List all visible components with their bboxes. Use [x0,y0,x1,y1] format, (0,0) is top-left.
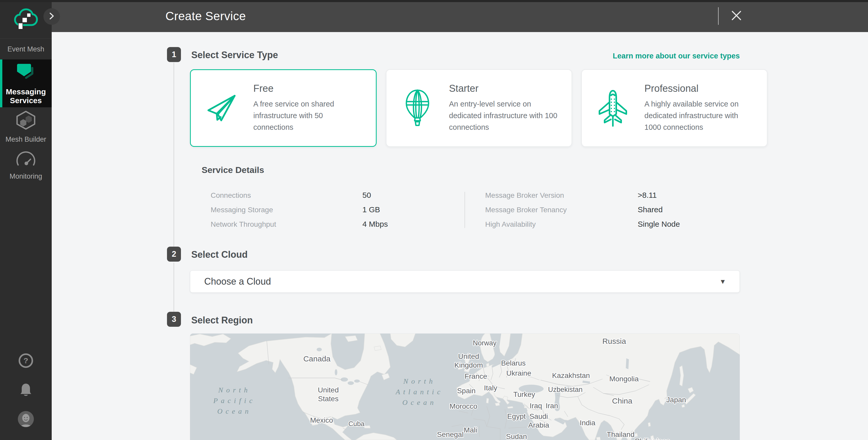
map-label: Mongolia [609,375,639,383]
card-description: A highly available service on dedicated … [644,98,755,133]
map-label: China [612,397,632,405]
sidebar-item-monitoring[interactable]: Monitoring [0,146,52,184]
sidebar-item-label: Event Mesh [7,45,44,54]
page-title: Create Service [165,0,246,32]
detail-label: Message Broker Tenancy [485,206,567,214]
map-label: Morocco [450,402,477,410]
cloud-select-value: Choose a Cloud [204,276,271,287]
detail-label: Messaging Storage [211,206,273,214]
paper-plane-icon [202,87,241,129]
chevron-right-icon [48,12,55,21]
map-label: Russia [602,337,626,345]
map-label: Mali [464,426,477,434]
bell-icon [19,382,33,398]
create-service-form: 1 Select Service Type Learn more about o… [52,32,868,440]
map-label: India [580,419,595,427]
map-label: Egypt [507,412,526,420]
sidebar-item-messaging-services[interactable]: Messaging Services [0,59,52,107]
map-label: Uzbekistan [548,386,583,394]
card-text: Free A free service on shared infrastruc… [253,83,365,133]
detail-value: Single Node [638,220,680,228]
svg-text:?: ? [24,356,28,365]
solace-cloud-logo [13,8,38,31]
map-label: Iraq [530,402,542,410]
map-label: Arabia [528,421,549,429]
detail-value: 4 Mbps [363,220,388,228]
map-label: Iran [546,402,558,410]
card-title: Professional [644,83,755,94]
map-label: Belarus [501,359,526,367]
detail-label: Network Throughput [211,220,276,228]
hot-air-balloon-icon [398,87,437,129]
map-label: Italy [484,384,497,392]
map-label: Kazakhstan [552,372,590,379]
map-label: Mexico [310,416,333,424]
shield-icon [14,62,37,85]
map-label: Senegal [437,431,464,438]
service-details-heading: Service Details [202,165,264,175]
service-type-cards: Free A free service on shared infrastruc… [190,69,740,147]
map-label: Japan [666,396,686,404]
hexagon-mesh-icon [14,110,37,132]
detail-value: 1 GB [363,205,380,214]
airplane-icon [593,87,632,129]
map-label: Philippines [635,437,670,440]
sidebar-item-event-mesh[interactable]: Event Mesh [0,39,52,59]
account-button[interactable] [0,410,52,429]
close-button[interactable] [729,8,744,24]
region-map[interactable]: NorthPacificOceanNorthAtlanticOcean Cana… [190,334,740,440]
logo-area [0,0,52,39]
cloud-select-dropdown[interactable]: Choose a Cloud ▼ [190,271,740,293]
help-icon: ? [18,353,33,369]
card-text: Starter An entry-level service on dedica… [449,83,560,133]
map-label: United [458,352,479,360]
step-2-title: Select Cloud [191,249,248,260]
map-label: Cuba [348,420,365,428]
map-label: United [318,386,339,394]
map-ocean-label: Pacific [213,397,255,405]
map-label: States [318,395,338,403]
step-2-badge: 2 [167,247,181,262]
map-ocean-label: North [218,386,250,394]
map-label: Thailand [607,431,634,438]
detail-label: Connections [211,191,251,199]
card-title: Free [253,83,365,94]
map-label: Sudan [506,433,527,440]
learn-more-link[interactable]: Learn more about our service types [491,52,740,60]
service-card-free[interactable]: Free A free service on shared infrastruc… [190,69,377,147]
card-description: An entry-level service on dedicated infr… [449,98,560,133]
sidebar-item-label: Messaging Services [5,87,46,105]
step-connector [174,63,174,247]
sidebar-expand-button[interactable] [43,8,60,25]
chevron-down-icon: ▼ [719,278,726,286]
map-ocean-label: North [403,377,436,385]
detail-label: Message Broker Version [485,191,564,199]
close-icon [731,10,742,22]
active-indicator-bar [0,59,2,107]
header-divider [718,7,719,25]
step-3-badge: 3 [167,312,181,327]
step-3-title: Select Region [191,315,253,326]
avatar-icon [17,410,35,429]
details-divider [465,192,465,228]
detail-value: 50 [363,191,371,199]
sidebar-item-mesh-builder[interactable]: Mesh Builder [0,108,52,145]
sidebar-item-label: Mesh Builder [5,135,46,144]
notifications-button[interactable] [0,382,52,398]
dialog-header: Create Service [52,0,868,32]
map-ocean-label: Atlantic [395,388,443,396]
map-label: Saudi [529,412,548,420]
sidebar: Event Mesh Messaging Services Mesh Build… [0,0,52,440]
map-label: Kingdom [455,361,483,369]
help-button[interactable]: ? [0,353,52,369]
map-label: Norway [473,339,497,347]
card-text: Professional A highly available service … [644,83,755,133]
service-card-starter[interactable]: Starter An entry-level service on dedica… [386,69,572,147]
sidebar-item-label: Monitoring [9,172,42,181]
detail-value: >8.11 [638,191,657,199]
map-label: France [465,372,487,380]
map-label: Turkey [514,390,535,398]
service-card-professional[interactable]: Professional A highly available service … [581,69,768,147]
map-ocean-label: Ocean [217,407,251,415]
map-label: Canada [303,354,330,363]
